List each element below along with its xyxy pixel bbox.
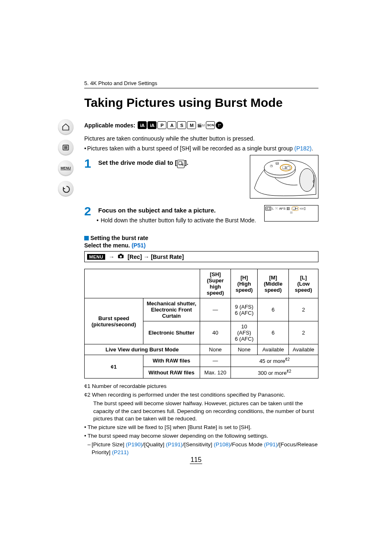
mode-icon: M [187, 121, 196, 129]
mode-icon: SCN [206, 121, 215, 129]
text: Set the drive mode dial to [ [98, 159, 177, 166]
svg-point-4 [217, 123, 222, 127]
row-elec: Electronic Shutter [143, 321, 200, 344]
cell: 2 [289, 321, 318, 344]
mode-icon: iA [138, 121, 147, 129]
home-icon[interactable] [58, 119, 74, 135]
square-bullet-icon [84, 236, 89, 240]
lcd-illustration: 4:3 L ⁙ AFS ▥ ❏H ▭▯ ⦀⦀ [264, 205, 318, 222]
breadcrumb: 5. 4K Photo and Drive Settings [84, 80, 318, 88]
row-noraw: Without RAW files [143, 367, 200, 378]
svg-text:0: 0 [313, 180, 314, 183]
text: /[Quality] [143, 441, 166, 448]
cell: 300 or more¢2 [231, 367, 318, 378]
col-h: [H](High speed) [231, 269, 258, 298]
cell: None [200, 344, 231, 355]
text: /Focus Mode [231, 441, 264, 448]
link-p91[interactable]: (P91) [264, 441, 277, 448]
cell: — [200, 355, 231, 367]
applicable-modes: Applicable modes: iA iA P A S M 🎬M SCN [84, 121, 318, 129]
cell: 2 [289, 298, 318, 321]
svg-point-15 [300, 169, 314, 192]
arrow-icon: → [108, 254, 114, 260]
text: Select the menu. [84, 242, 131, 249]
note-bullet-2: The burst speed may become slower depend… [84, 432, 318, 440]
row-mech: Mechanical shutter, Electronic Front Cur… [143, 298, 200, 321]
page-number: 115 [0, 456, 392, 464]
svg-text:◷: ◷ [270, 164, 273, 168]
step-number: 2 [84, 205, 92, 217]
intro-bullet: Pictures taken with a burst speed of [SH… [84, 145, 318, 153]
footnote-2a: ¢2 When recording is performed under the… [84, 391, 318, 399]
footnote-2b: The burst speed will become slower halfw… [84, 400, 318, 423]
link-p190[interactable]: (P190) [126, 441, 143, 448]
cell: 10 (AFS)6 (AFC) [231, 321, 258, 344]
text: . [311, 145, 313, 152]
footnote-1: ¢1 Number of recordable pictures [84, 383, 318, 390]
setting-burst-rate-head: Setting the burst rate [84, 235, 318, 241]
row-withraw: With RAW files [143, 355, 200, 367]
col-l: [L](Low speed) [289, 269, 318, 298]
link-p108[interactable]: (P108) [214, 441, 231, 448]
select-menu-line: Select the menu. (P51) [84, 242, 318, 249]
svg-point-7 [219, 125, 219, 126]
mode-icon: P [157, 121, 166, 129]
link-p182[interactable]: (P182) [294, 145, 311, 152]
mode-icons-row: iA iA P A S M 🎬M SCN [138, 121, 223, 129]
cell: — [200, 298, 231, 321]
cell: 6 [258, 321, 289, 344]
svg-point-20 [120, 256, 122, 258]
row-star1: ¢1 [85, 355, 143, 379]
burst-rate-table: [SH](Super high speed) [H](High speed) [… [84, 269, 318, 379]
note-bullet-1: The picture size will be fixed to [S] wh… [84, 424, 318, 432]
contents-icon[interactable] [58, 140, 74, 155]
svg-rect-19 [120, 254, 122, 255]
mode-icon: S [177, 121, 186, 129]
link-p191[interactable]: (P191) [166, 441, 183, 448]
cell: 40 [200, 321, 231, 344]
burst-mode-icon: ❏I [177, 160, 185, 168]
mode-icon-disabled: 🎬M [197, 122, 205, 129]
intro-text: Pictures are taken continuously while th… [84, 135, 318, 143]
row-liveview: Live View during Burst Mode [85, 344, 200, 355]
note-dash: [Picture Size] (P190)/[Quality] (P191)/[… [84, 441, 318, 457]
link-p51[interactable]: (P51) [131, 242, 145, 249]
step-number: 1 [84, 157, 92, 170]
footnotes: ¢1 Number of recordable pictures ¢2 When… [84, 383, 318, 457]
menu-label-icon: MENU [87, 254, 105, 260]
cell: None [231, 344, 258, 355]
mode-icon: iA [148, 121, 157, 129]
cell: Available [289, 344, 318, 355]
cell: Max. 120 [200, 367, 231, 378]
menu-path-box: MENU → [Rec] → [Burst Rate] [84, 251, 318, 262]
text: [Picture Size] [92, 441, 126, 448]
cell: 45 or more¢2 [231, 355, 318, 367]
back-icon[interactable] [58, 181, 74, 196]
cell: 9 (AFS)6 (AFC) [231, 298, 258, 321]
cell: Available [258, 344, 289, 355]
cell: 6 [258, 298, 289, 321]
text: Setting the burst rate [90, 235, 148, 241]
mode-icon [216, 122, 223, 129]
text: Pictures taken with a burst speed of [SH… [87, 145, 294, 152]
col-sh: [SH](Super high speed) [200, 269, 231, 298]
link-p211[interactable]: (P211) [112, 449, 129, 455]
col-m: [M](Middle speed) [258, 269, 289, 298]
menu-icon[interactable]: MENU [58, 160, 74, 176]
text: ]. [184, 159, 188, 166]
row-burst-speed: Burst speed (pictures/second) [85, 298, 143, 344]
menu-path-text: [Rec] → [Burst Rate] [127, 254, 184, 260]
text: /[Sensitivity] [182, 441, 214, 448]
svg-text:❏|◯: ❏|◯ [282, 166, 291, 170]
svg-point-5 [219, 124, 219, 125]
sidebar-nav: MENU [58, 119, 74, 196]
svg-point-6 [220, 124, 221, 125]
svg-text:🕮: 🕮 [276, 162, 279, 165]
mode-icon: A [167, 121, 176, 129]
page-title: Taking Pictures using Burst Mode [84, 96, 318, 110]
drive-dial-illustration: ◷ 🕮 ❏|◯ 0 [250, 155, 318, 199]
applicable-modes-label: Applicable modes: [84, 122, 135, 129]
camera-icon [118, 253, 124, 260]
